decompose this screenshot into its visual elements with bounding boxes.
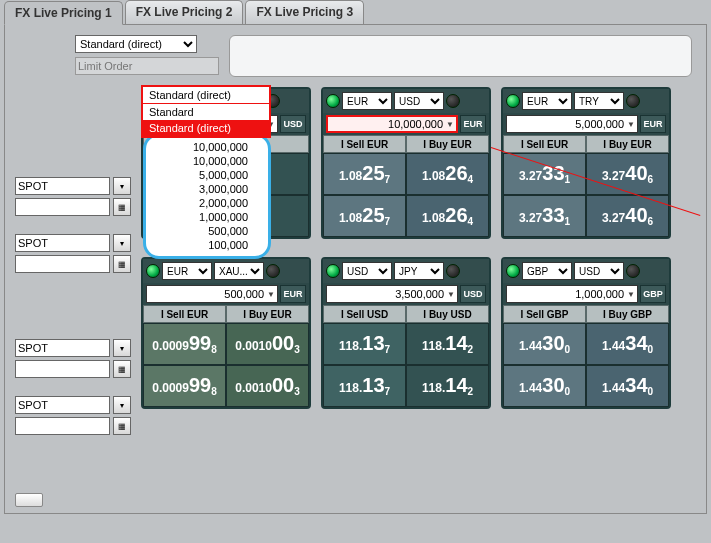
card-0-1-led2[interactable]	[446, 94, 460, 108]
spot-box-1: ▾ ▦	[15, 177, 135, 216]
spot-column: ▾ ▦ ▾ ▦ ▾ ▦ ▾ ▦	[15, 87, 135, 435]
card-0-1-buy[interactable]: 1.08264	[406, 153, 489, 195]
card-1-2-buy-hdr: I Buy GBP	[586, 305, 669, 323]
card-0-2-amtccy[interactable]: EUR	[640, 115, 666, 133]
spot-cal-1[interactable]: ▦	[113, 198, 131, 216]
tab-fx3[interactable]: FX Live Pricing 3	[245, 0, 364, 24]
card-0-1-amount[interactable]: 10,000,000▼	[326, 115, 458, 133]
card-1-1-buy[interactable]: 118.142	[406, 323, 489, 365]
spot-aux-4[interactable]	[15, 417, 110, 435]
card-0-2-sell-hdr: I Sell EUR	[503, 135, 586, 153]
blue-amount-list[interactable]: 10,000,000 10,000,000 5,000,000 3,000,00…	[143, 133, 271, 259]
amt-opt-7[interactable]: 100,000	[146, 238, 268, 252]
card-1-1-sell-hdr: I Sell USD	[323, 305, 406, 323]
card-1-2-sell-hdr: I Sell GBP	[503, 305, 586, 323]
card-1-0-ccy1[interactable]: EUR	[162, 262, 212, 280]
status-tray-icon[interactable]	[15, 493, 43, 507]
red-sel-display[interactable]: Standard (direct)	[143, 87, 269, 104]
card-1-2: GBP USD 1,000,000▼ GBP I Sell GBP I Buy …	[501, 257, 671, 409]
card-1-1-ccy2[interactable]: JPY	[394, 262, 444, 280]
card-0-2-amount[interactable]: 5,000,000▼	[506, 115, 638, 133]
card-1-2-ccy1[interactable]: GBP	[522, 262, 572, 280]
card-0-2-sell2[interactable]: 3.27331	[503, 195, 586, 237]
card-1-0: EUR XAU... 500,000▼ EUR I Sell EUR I Buy…	[141, 257, 311, 409]
card-1-2-buy[interactable]: 1.44340	[586, 323, 669, 365]
spot-dd-4[interactable]: ▾	[113, 396, 131, 414]
red-mode-select[interactable]: Standard (direct) Standard Standard (dir…	[141, 85, 271, 138]
card-1-2-ccy2[interactable]: USD	[574, 262, 624, 280]
card-0-2-ccy1[interactable]: EUR	[522, 92, 572, 110]
spot-aux-3[interactable]	[15, 360, 110, 378]
spot-value-3[interactable]	[15, 339, 110, 357]
card-1-1-led2[interactable]	[446, 264, 460, 278]
card-0-1-ccy2[interactable]: USD	[394, 92, 444, 110]
card-0-1-buy2[interactable]: 1.08264	[406, 195, 489, 237]
card-1-0-buy2[interactable]: 0.0010003	[226, 365, 309, 407]
card-1-1-ccy1[interactable]: USD	[342, 262, 392, 280]
card-1-0-buy-hdr: I Buy EUR	[226, 305, 309, 323]
card-1-2-sell2[interactable]: 1.44300	[503, 365, 586, 407]
card-0-2-led2[interactable]	[626, 94, 640, 108]
spot-cal-3[interactable]: ▦	[113, 360, 131, 378]
spot-value-2[interactable]	[15, 234, 110, 252]
card-1-2-amtccy[interactable]: GBP	[640, 285, 666, 303]
card-1-2-sell[interactable]: 1.44300	[503, 323, 586, 365]
tab-fx1[interactable]: FX Live Pricing 1	[4, 1, 123, 25]
card-1-1-amtccy[interactable]: USD	[460, 285, 486, 303]
red-opt-standard[interactable]: Standard	[143, 104, 269, 120]
card-1-1: USD JPY 3,500,000▼ USD I Sell USD I Buy …	[321, 257, 491, 409]
spot-aux-1[interactable]	[15, 198, 110, 216]
spot-dd-3[interactable]: ▾	[113, 339, 131, 357]
card-1-1-sell2[interactable]: 118.137	[323, 365, 406, 407]
tab-fx2[interactable]: FX Live Pricing 2	[125, 0, 244, 24]
card-1-1-buy-hdr: I Buy USD	[406, 305, 489, 323]
spot-cal-4[interactable]: ▦	[113, 417, 131, 435]
card-0-2-led	[506, 94, 520, 108]
amt-opt-3[interactable]: 3,000,000	[146, 182, 268, 196]
card-0-1: EUR USD 10,000,000▼ EUR I Sell EUR I Buy…	[321, 87, 491, 239]
card-1-0-amtccy[interactable]: EUR	[280, 285, 306, 303]
spot-dd-2[interactable]: ▾	[113, 234, 131, 252]
red-opt-standard-direct[interactable]: Standard (direct)	[143, 120, 269, 136]
amt-opt-0[interactable]: 10,000,000	[146, 140, 268, 154]
card-0-2-buy-hdr: I Buy EUR	[586, 135, 669, 153]
card-0-1-sell2[interactable]: 1.08257	[323, 195, 406, 237]
amt-opt-4[interactable]: 2,000,000	[146, 196, 268, 210]
card-0-2-ccy2[interactable]: TRY	[574, 92, 624, 110]
card-1-1-sell[interactable]: 118.137	[323, 323, 406, 365]
card-0-1-buy-hdr: I Buy EUR	[406, 135, 489, 153]
card-1-0-ccy2[interactable]: XAU...	[214, 262, 264, 280]
spot-value-1[interactable]	[15, 177, 110, 195]
card-0-0-amtccy[interactable]: USD	[280, 115, 306, 133]
amt-opt-5[interactable]: 1,000,000	[146, 210, 268, 224]
card-0-1-ccy1[interactable]: EUR	[342, 92, 392, 110]
card-0-1-sell[interactable]: 1.08257	[323, 153, 406, 195]
spot-value-4[interactable]	[15, 396, 110, 414]
card-1-2-led2[interactable]	[626, 264, 640, 278]
card-1-2-buy2[interactable]: 1.44340	[586, 365, 669, 407]
card-1-0-sell-hdr: I Sell EUR	[143, 305, 226, 323]
top-mode-select[interactable]: Standard (direct)	[75, 35, 197, 53]
card-1-0-sell[interactable]: 0.0009998	[143, 323, 226, 365]
card-1-2-led	[506, 264, 520, 278]
card-0-1-led	[326, 94, 340, 108]
amt-opt-2[interactable]: 5,000,000	[146, 168, 268, 182]
card-0-2: EUR TRY 5,000,000▼ EUR I Sell EUR I Buy …	[501, 87, 671, 239]
card-0-2-buy[interactable]: 3.27406	[586, 153, 669, 195]
spot-dd-1[interactable]: ▾	[113, 177, 131, 195]
amt-opt-1[interactable]: 10,000,000	[146, 154, 268, 168]
amt-opt-6[interactable]: 500,000	[146, 224, 268, 238]
card-1-0-buy[interactable]: 0.0010003	[226, 323, 309, 365]
card-1-0-sell2[interactable]: 0.0009998	[143, 365, 226, 407]
top-output-box	[229, 35, 692, 77]
tabs-bar: FX Live Pricing 1 FX Live Pricing 2 FX L…	[4, 0, 711, 24]
card-1-0-led2[interactable]	[266, 264, 280, 278]
spot-cal-2[interactable]: ▦	[113, 255, 131, 273]
card-1-2-amount[interactable]: 1,000,000▼	[506, 285, 638, 303]
spot-box-3: ▾ ▦	[15, 339, 135, 378]
card-1-1-buy2[interactable]: 118.142	[406, 365, 489, 407]
card-1-1-amount[interactable]: 3,500,000▼	[326, 285, 458, 303]
spot-aux-2[interactable]	[15, 255, 110, 273]
card-0-1-amtccy[interactable]: EUR	[460, 115, 486, 133]
card-1-0-amount[interactable]: 500,000▼	[146, 285, 278, 303]
